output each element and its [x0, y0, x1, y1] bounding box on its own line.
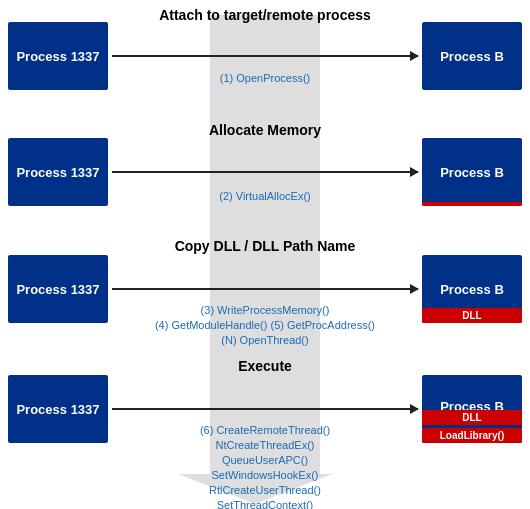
process-1337-row2: Process 1337	[8, 138, 108, 206]
arrow-head-row2	[410, 167, 419, 177]
diagram: Attach to target/remote process Process …	[0, 0, 530, 509]
process-b-row1: Process B	[422, 22, 522, 90]
process-1337-row4: Process 1337	[8, 375, 108, 443]
arrow-head-row4	[410, 404, 419, 414]
process-b-row3: Process B DLL	[422, 255, 522, 323]
row1-title: Attach to target/remote process	[0, 7, 530, 23]
process-b-row2: Process B	[422, 138, 522, 206]
red-bar-row4-dll: DLL	[422, 410, 522, 425]
arrow-head-row1	[410, 51, 419, 61]
arrow-head-row3	[410, 284, 419, 294]
red-bar-row2	[422, 202, 522, 206]
red-bar-row3: DLL	[422, 308, 522, 323]
row2-title: Allocate Memory	[0, 122, 530, 138]
row4-title: Execute	[0, 358, 530, 374]
process-1337-row1: Process 1337	[8, 22, 108, 90]
row3-title: Copy DLL / DLL Path Name	[0, 238, 530, 254]
process-1337-row3: Process 1337	[8, 255, 108, 323]
red-bar-row4-loadlibrary: LoadLibrary()	[422, 428, 522, 443]
process-b-row4: Process B DLL LoadLibrary()	[422, 375, 522, 443]
